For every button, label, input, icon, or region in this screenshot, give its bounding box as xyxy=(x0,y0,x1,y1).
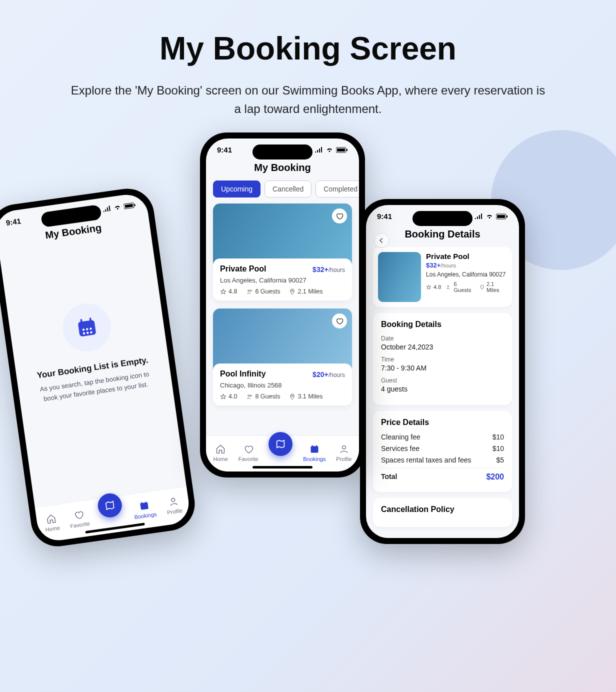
booking-tabs: Upcoming Cancelled Completed xyxy=(206,180,359,204)
pin-icon xyxy=(289,394,296,400)
taxes-label: Spaces rental taxes and fees xyxy=(381,456,472,464)
booking-location: Los Angeles, California 90027 xyxy=(220,276,345,284)
tab-cancelled[interactable]: Cancelled xyxy=(264,180,312,198)
wifi-icon xyxy=(326,147,334,153)
pin-icon xyxy=(289,288,296,295)
battery-icon xyxy=(124,202,136,209)
booking-details-heading: Booking Details xyxy=(381,320,504,329)
heart-icon xyxy=(243,444,254,454)
signal-icon xyxy=(102,205,112,212)
date-value: October 24,2023 xyxy=(381,343,504,351)
guests-icon xyxy=(446,284,452,290)
phone-mock-details: 9:41 Booking Details Private Pool $32+/h… xyxy=(360,199,525,544)
rating: 4.8 xyxy=(228,288,237,295)
star-icon xyxy=(220,288,226,295)
status-time: 9:41 xyxy=(217,146,232,154)
booking-details-section: Booking Details DateOctober 24,2023 Time… xyxy=(373,313,512,405)
wifi-icon xyxy=(113,204,122,210)
time-label: Time xyxy=(381,356,504,363)
summary-meta: 4.8 6 Guests 2.1 Miles xyxy=(426,281,507,293)
tab-upcoming[interactable]: Upcoming xyxy=(213,180,260,198)
price-details-heading: Price Details xyxy=(381,418,504,427)
favorite-button[interactable] xyxy=(332,314,347,328)
distance: 3.1 Miles xyxy=(298,393,322,400)
cleaning-label: Cleaning fee xyxy=(381,433,420,441)
svg-rect-27 xyxy=(316,446,317,447)
home-icon xyxy=(215,444,226,454)
map-icon xyxy=(275,438,286,450)
phone-mock-empty: 9:41 My Booking Your Booking List is Emp… xyxy=(0,185,198,550)
signal-icon xyxy=(314,147,323,153)
star-icon xyxy=(220,394,226,400)
booking-meta: 4.8 6 Guests 2.1 Miles xyxy=(220,288,345,295)
profile-icon xyxy=(167,496,180,508)
nav-bookings-label: Bookings xyxy=(134,511,157,520)
nav-profile[interactable]: Profile xyxy=(336,444,352,462)
phone-mock-list: 9:41 My Booking Upcoming Cancelled Compl… xyxy=(200,132,365,478)
guests: 8 Guests xyxy=(255,393,280,400)
status-time: 9:41 xyxy=(377,212,392,220)
nav-profile[interactable]: Profile xyxy=(165,495,183,516)
nav-home-label: Home xyxy=(213,456,228,462)
svg-rect-2 xyxy=(134,204,136,206)
home-indicator xyxy=(252,466,312,468)
nav-bookings[interactable]: Bookings xyxy=(303,444,326,462)
price-details-section: Price Details Cleaning fee$10 Services f… xyxy=(373,411,512,492)
svg-point-32 xyxy=(448,286,449,287)
guest-label: Guest xyxy=(381,377,504,384)
nav-favorite-label: Favorite xyxy=(70,520,90,529)
screen-title: My Booking xyxy=(206,162,359,174)
empty-calendar-icon xyxy=(60,300,114,354)
battery-icon xyxy=(496,214,508,220)
svg-rect-26 xyxy=(312,446,313,447)
phone-notch xyxy=(412,211,472,226)
nav-home[interactable]: Home xyxy=(43,512,60,533)
calendar-icon xyxy=(138,500,150,512)
booking-meta: 4.0 8 Guests 3.1 Miles xyxy=(220,393,345,400)
time-value: 7:30 - 9:30 AM xyxy=(381,364,504,372)
tab-completed[interactable]: Completed xyxy=(316,180,359,198)
page-title: My Booking Screen xyxy=(70,30,546,67)
bottom-nav: Home Favorite Bookings Profile xyxy=(35,486,192,543)
chevron-left-icon xyxy=(378,237,385,244)
nav-home[interactable]: Home xyxy=(213,444,228,462)
guests-icon xyxy=(246,394,253,400)
cancellation-heading: Cancellation Policy xyxy=(381,505,504,514)
cancellation-section: Cancellation Policy xyxy=(373,498,512,527)
booking-card[interactable]: Pool Infinity $20+/hours Chicago, Illino… xyxy=(213,308,352,406)
star-icon xyxy=(426,284,432,290)
svg-point-21 xyxy=(292,290,294,292)
svg-rect-30 xyxy=(497,215,505,218)
booking-summary-card[interactable]: Private Pool $32+/hours Los Angeles, Cal… xyxy=(373,247,512,307)
pin-icon xyxy=(480,284,484,290)
distance: 2.1 Miles xyxy=(298,288,322,295)
nav-profile-label: Profile xyxy=(336,456,352,462)
nav-fab[interactable] xyxy=(268,432,292,456)
svg-point-19 xyxy=(248,290,250,291)
svg-rect-25 xyxy=(310,446,318,452)
nav-favorite[interactable]: Favorite xyxy=(68,508,90,529)
heart-icon xyxy=(336,212,344,220)
guests: 6 Guests xyxy=(255,288,280,295)
favorite-button[interactable] xyxy=(332,208,347,224)
services-label: Services fee xyxy=(381,444,420,452)
nav-fab[interactable] xyxy=(96,492,124,518)
battery-icon xyxy=(336,147,348,153)
booking-price: $20+/hours xyxy=(312,370,345,378)
nav-bookings-label: Bookings xyxy=(303,456,326,462)
nav-bookings[interactable]: Bookings xyxy=(132,498,157,520)
nav-profile-label: Profile xyxy=(166,508,183,516)
svg-point-23 xyxy=(250,394,252,396)
heart-icon xyxy=(336,317,344,325)
date-label: Date xyxy=(381,335,504,342)
summary-title: Private Pool xyxy=(426,252,507,260)
nav-favorite[interactable]: Favorite xyxy=(238,444,258,462)
phone-notch xyxy=(252,144,312,160)
svg-rect-31 xyxy=(506,216,508,218)
guests-icon xyxy=(246,288,253,295)
back-button[interactable] xyxy=(374,233,389,248)
nav-favorite-label: Favorite xyxy=(238,456,258,462)
booking-card[interactable]: Private Pool $32+/hours Los Angeles, Cal… xyxy=(213,204,352,300)
total-label: Total xyxy=(381,472,397,482)
page-subtitle: Explore the 'My Booking' screen on our S… xyxy=(70,81,546,118)
